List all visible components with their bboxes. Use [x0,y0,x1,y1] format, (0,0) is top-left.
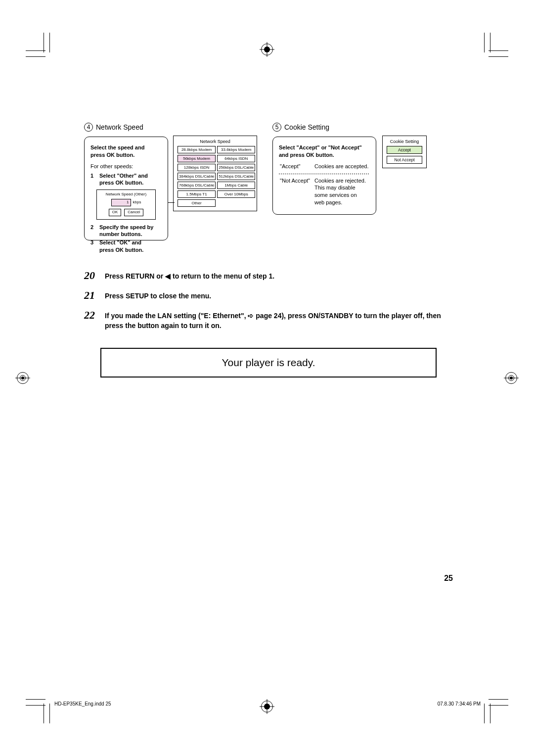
cookie-option-not-accept: Not Accept [387,156,422,164]
crop-mark [490,704,490,723]
crop-mark [44,704,44,723]
other-speed-steps: 1Select "Other" andpress OK button. [90,172,162,187]
other-cancel-button: Cancel [124,209,143,216]
network-speed-instructions: Select the speed and press OK button. Fo… [84,137,168,240]
network-speed-panel: Network Speed 28.8kbps Modem 33.6kbps Mo… [173,136,257,211]
leader-line [168,202,175,203]
section-5-label: Cookie Setting [284,123,329,131]
speed-panel-title: Network Speed [178,139,253,144]
speed-option: 768kbps DSL/Cable [178,182,216,189]
crop-mark [489,56,508,57]
cookie-definitions: "Accept" Cookies are accepted. "Not Acce… [279,161,370,208]
step-20: 20 Press RETURN or ◀ to return to the me… [84,269,453,282]
crop-mark [489,705,508,706]
other-speed-steps-cont: 2Specify the speed bynumber buttons. 3Se… [90,224,162,254]
circled-4-icon: 4 [84,123,93,132]
speed-option: 1.5Mbps T1 [178,190,216,198]
crop-mark [26,705,45,706]
cookie-option-accept: Accept [387,146,422,154]
crop-mark [26,56,45,57]
speed-option: 1Mbps Cable [217,182,255,189]
page-ref-arrow-icon: ➪ [248,312,254,320]
print-footer: HD-EP35KE_Eng.indd 25 07.8.30 7:34:46 PM [54,701,481,707]
crop-mark [26,699,45,700]
speed-option-selected: 56kbps Modem [178,155,216,162]
step-21: 21 Press SETUP to close the menu. [84,289,453,302]
crop-mark [26,50,45,51]
crop-mark [49,704,50,723]
footer-filename: HD-EP35KE_Eng.indd 25 [54,701,111,707]
crop-mark [49,33,50,52]
page-number: 25 [444,574,453,583]
step-21-text: Press SETUP to close the menu. [105,289,211,301]
crop-mark [484,33,485,52]
speed-option: 128kbps ISDN [178,164,216,171]
other-speed-unit: kbps [133,200,141,205]
circled-5-icon: 5 [272,123,281,132]
section-4-title: 4 Network Speed [84,123,168,132]
footer-timestamp: 07.8.30 7:34:46 PM [438,701,481,707]
speed-option: 28.8kbps Modem [178,146,216,153]
accept-desc: Cookies are accepted. [313,161,370,172]
accept-label: "Accept" [279,161,313,172]
other-ok-button: OK [109,209,122,216]
speed-option: 256kbps DSL/Cable [217,164,255,171]
speed-option: 384kbps DSL/Cable [178,173,216,180]
section-5-title: 5 Cookie Setting [272,123,376,132]
not-accept-label: "Not Accept" [279,175,313,208]
step-number: 20 [84,269,100,282]
speed-option: 33.6kbps Modem [217,146,255,153]
crop-mark [490,33,490,52]
speed-option-other: Other [178,199,216,207]
cookie-instructions: Select "Accept" or "Not Accept" and pres… [272,137,376,215]
cookie-setting-panel: Cookie Setting Accept Not Accept [382,136,427,168]
network-speed-other-panel: Network Speed (Other) 1 kbps OK Cancel [96,189,156,219]
speed-option: 512kbps DSL/Cable [217,173,255,180]
not-accept-desc: Cookies are rejected. This may disable s… [313,175,370,208]
speed-option: 64kbps ISDN [217,155,255,162]
section-4-label: Network Speed [96,123,143,131]
crop-mark [489,699,508,700]
other-panel-title: Network Speed (Other) [100,192,152,197]
crop-mark [489,50,508,51]
for-other-speeds-label: For other speeds: [90,163,162,170]
instruction-select-speed: Select the speed and press OK button. [90,144,162,159]
speed-option: Over 10Mbps [217,190,255,198]
step-22: 22 If you made the LAN setting ("E: Ethe… [84,309,453,331]
registration-mark-icon [505,372,517,384]
player-ready-banner: Your player is ready. [100,348,437,378]
cookie-panel-title: Cookie Setting [387,139,422,144]
step-number: 21 [84,289,100,302]
crop-mark [484,704,485,723]
registration-mark-icon [261,44,273,55]
step-number: 22 [84,309,100,322]
registration-mark-icon [17,372,29,384]
crop-mark [44,33,44,52]
step-20-text: Press RETURN or ◀ to return to the menu … [105,269,274,281]
step-22-text: If you made the LAN setting ("E: Etherne… [105,309,453,331]
instruction-select-cookie: Select "Accept" or "Not Accept" and pres… [279,144,370,159]
left-arrow-icon: ◀ [165,272,171,280]
other-speed-value: 1 [111,199,131,206]
